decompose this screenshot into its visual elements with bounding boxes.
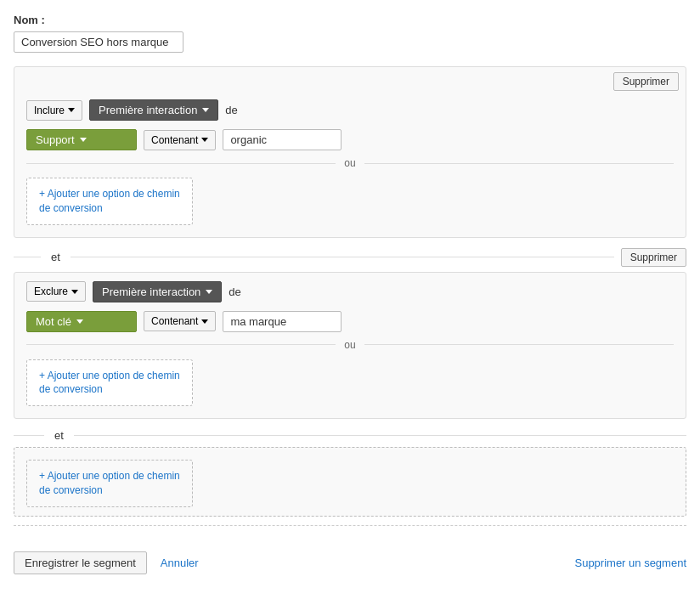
organic-input-1[interactable]: [223, 129, 342, 150]
row-interaction-1: Inclure Première interaction de: [26, 99, 674, 121]
exclure-chevron-2: [71, 290, 78, 294]
mamarque-input-2[interactable]: [223, 311, 342, 332]
premiere-interaction-label-1: Première interaction: [99, 104, 197, 116]
et-spacer-left-2: [14, 435, 44, 436]
et-spacer-right-2: [74, 435, 686, 436]
ou-line-left-2: [26, 344, 336, 345]
contenant-dropdown-2[interactable]: Contenant: [144, 311, 216, 331]
motcle-dropdown-2[interactable]: Mot clé: [26, 311, 137, 332]
text-de-2: de: [229, 285, 240, 298]
et-label-2: et: [51, 429, 67, 442]
ou-label-1: ou: [336, 157, 364, 169]
contenant-chevron-2: [201, 319, 208, 324]
support-dropdown-1[interactable]: Support: [26, 129, 137, 150]
et-row-2: et: [14, 429, 686, 442]
contenant-label-1: Contenant: [151, 134, 198, 146]
row-filter-2: Mot clé Contenant: [26, 311, 674, 332]
ou-label-2: ou: [336, 339, 364, 351]
et-spacer-right-1: [71, 257, 614, 257]
nom-input[interactable]: [14, 31, 183, 53]
contenant-dropdown-1[interactable]: Contenant: [144, 130, 216, 150]
contenant-chevron-1: [201, 138, 208, 142]
exclure-button-2[interactable]: Exclure: [26, 281, 86, 302]
add-option-1[interactable]: + Ajouter une option de chemin de conver…: [26, 178, 193, 225]
supprimer-segment-button[interactable]: Supprimer un segment: [574, 557, 686, 569]
premiere-interaction-chevron-2: [206, 290, 212, 294]
motcle-label-2: Mot clé: [36, 315, 71, 328]
ou-line-left-1: [26, 163, 336, 164]
inclure-label-1: Inclure: [34, 105, 65, 116]
bottom-actions: Enregistrer le segment Annuler Supprimer…: [14, 543, 686, 574]
inclure-button-1[interactable]: Inclure: [26, 100, 82, 121]
motcle-chevron-2: [76, 319, 83, 324]
et-row-1: et Supprimer: [14, 248, 686, 267]
exclure-label-2: Exclure: [34, 285, 68, 297]
premiere-interaction-dropdown-2[interactable]: Première interaction: [93, 281, 222, 302]
premiere-interaction-label-2: Première interaction: [102, 285, 200, 298]
bottom-left: Enregistrer le segment Annuler: [14, 551, 202, 574]
annuler-button[interactable]: Annuler: [157, 552, 202, 574]
et-spacer-left-1: [14, 257, 41, 257]
supprimer-button-1[interactable]: Supprimer: [613, 72, 679, 91]
ou-line-right-2: [364, 344, 674, 345]
outer-add-box: + Ajouter une option de chemin de conver…: [14, 447, 686, 517]
ou-row-2: ou: [26, 339, 674, 351]
enregistrer-button[interactable]: Enregistrer le segment: [14, 551, 147, 574]
row-filter-1: Support Contenant: [26, 129, 674, 150]
premiere-interaction-dropdown-1[interactable]: Première interaction: [89, 99, 218, 121]
add-option-bottom[interactable]: + Ajouter une option de chemin de conver…: [26, 460, 193, 507]
segment-2-container: Exclure Première interaction de Mot clé …: [14, 272, 686, 420]
premiere-interaction-chevron-1: [202, 108, 209, 112]
nom-label: Nom :: [14, 14, 686, 26]
segment-2-body: Exclure Première interaction de Mot clé …: [14, 273, 686, 419]
add-option-2[interactable]: + Ajouter une option de chemin de conver…: [26, 359, 193, 407]
segment-1-body: Inclure Première interaction de Support …: [14, 91, 686, 237]
text-de-1: de: [225, 104, 237, 116]
ou-row-1: ou: [26, 157, 674, 169]
ou-line-right-1: [364, 163, 674, 164]
support-label-1: Support: [36, 133, 75, 146]
segment-1-header: Supprimer: [14, 67, 686, 91]
contenant-label-2: Contenant: [151, 315, 198, 327]
supprimer-button-2-header[interactable]: Supprimer: [621, 248, 686, 267]
et-label-1: et: [48, 251, 64, 263]
segment-1-container: Supprimer Inclure Première interaction d…: [14, 66, 686, 238]
row-interaction-2: Exclure Première interaction de: [26, 281, 674, 302]
inclure-chevron-1: [68, 108, 75, 112]
support-chevron-1: [80, 138, 87, 142]
main-separator: [14, 525, 686, 526]
nom-section: Nom :: [14, 14, 686, 53]
